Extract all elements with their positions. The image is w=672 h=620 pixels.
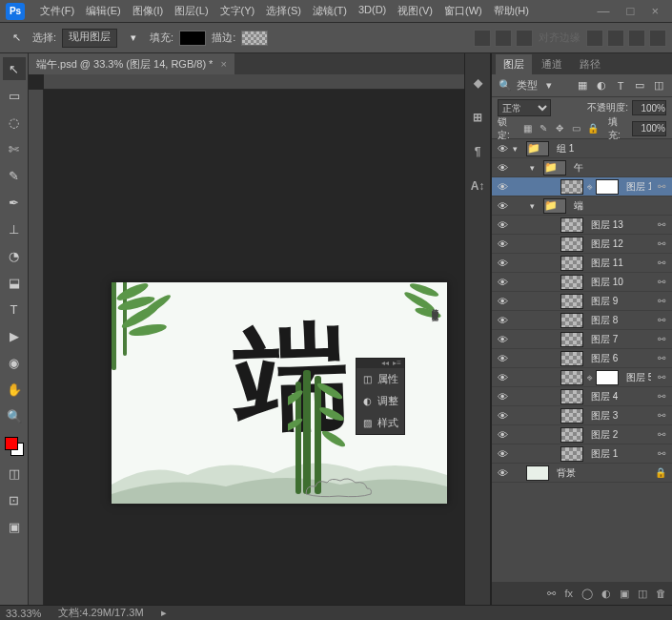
zoom-level[interactable]: 33.33% <box>6 608 41 619</box>
visibility-icon[interactable]: 👁 <box>496 410 509 422</box>
visibility-icon[interactable]: 👁 <box>496 315 509 326</box>
layer-thumbnail[interactable] <box>560 389 583 404</box>
lock-pixels-icon[interactable]: ▦ <box>521 122 533 135</box>
layer-thumbnail[interactable] <box>560 237 583 252</box>
status-arrow-icon[interactable]: ▸ <box>161 607 167 619</box>
filter-image-icon[interactable]: ▦ <box>575 78 590 93</box>
visibility-icon[interactable]: 👁 <box>496 258 509 269</box>
layer-thumbnail[interactable] <box>560 217 583 233</box>
opt-icon[interactable] <box>628 30 645 47</box>
mode-button[interactable]: ▣ <box>3 515 26 538</box>
adjustment-icon[interactable]: ◐ <box>601 588 611 600</box>
layer-thumbnail[interactable]: 📁 <box>543 160 566 176</box>
visibility-icon[interactable]: 👁 <box>496 353 509 364</box>
blend-mode-dropdown[interactable]: 正常 <box>498 99 551 116</box>
layer-thumbnail[interactable] <box>560 332 583 347</box>
collapsed-tab[interactable]: ◆ <box>467 72 488 93</box>
menu-item[interactable]: 图层(L) <box>169 2 214 20</box>
opt-icon[interactable] <box>586 30 603 47</box>
layer-row[interactable]: 👁图层 8⚯ <box>492 311 672 330</box>
tool-button[interactable]: ✋ <box>3 378 26 401</box>
path-tool-icon[interactable]: ↖ <box>6 28 27 49</box>
layer-thumbnail[interactable] <box>560 427 583 443</box>
trash-icon[interactable]: 🗑 <box>656 588 666 599</box>
collapse-icon[interactable]: ◂◂ <box>381 359 389 368</box>
layer-row[interactable]: 👁图层 1⚯ <box>492 444 672 464</box>
collapsed-tab[interactable]: ⊞ <box>467 107 488 128</box>
layer-row[interactable]: 👁图层 2⚯ <box>492 425 672 444</box>
layer-name[interactable]: 组 1 <box>553 142 668 155</box>
layer-name[interactable]: 图层 1 <box>587 447 651 461</box>
mode-button[interactable]: ◫ <box>3 462 26 485</box>
visibility-icon[interactable]: 👁 <box>496 334 509 345</box>
filter-adjust-icon[interactable]: ◐ <box>594 78 609 93</box>
disclosure-icon[interactable]: ▾ <box>530 201 540 211</box>
menu-item[interactable]: 选择(S) <box>260 2 307 20</box>
close-tab-icon[interactable]: × <box>220 58 226 70</box>
layer-name[interactable]: 图层 2 <box>587 428 651 442</box>
minimize-button[interactable]: — <box>598 4 610 18</box>
visibility-icon[interactable]: 👁 <box>496 219 509 231</box>
lock-position-icon[interactable]: ✥ <box>554 122 565 135</box>
fx-icon[interactable]: fx <box>564 588 573 599</box>
layer-row[interactable]: 👁背景🔒 <box>492 464 672 483</box>
menu-item[interactable]: 文件(F) <box>34 2 80 20</box>
layer-name[interactable]: 图层 12 <box>587 238 651 251</box>
select-mode-dropdown[interactable]: 现用图层 <box>62 29 117 48</box>
visibility-icon[interactable]: 👁 <box>496 296 509 307</box>
link-layers-icon[interactable]: ⚯ <box>547 588 556 600</box>
panel-tab-styles[interactable]: ▨样式 <box>356 412 404 434</box>
lock-all-icon[interactable]: 🔒 <box>587 122 599 135</box>
search-icon[interactable]: 🔍 <box>498 78 513 93</box>
menu-item[interactable]: 编辑(E) <box>80 2 127 20</box>
lock-artboard-icon[interactable]: ▭ <box>571 122 582 135</box>
layer-thumbnail[interactable] <box>560 313 583 328</box>
floating-panel[interactable]: ◂◂▸≡ ◫属性 ◐调整 ▨样式 <box>356 358 405 435</box>
layer-row[interactable]: 👁图层 6⚯ <box>492 349 672 368</box>
color-swatches[interactable] <box>3 435 26 458</box>
visibility-icon[interactable]: 👁 <box>496 277 509 288</box>
layer-thumbnail[interactable] <box>560 294 583 309</box>
layer-name[interactable]: 图层 8 <box>587 314 651 327</box>
mask-thumbnail[interactable] <box>596 370 619 385</box>
layer-name[interactable]: 图层 9 <box>587 295 651 308</box>
menu-item[interactable]: 窗口(W) <box>438 2 488 20</box>
layer-row[interactable]: 👁图层 13⚯ <box>492 216 672 235</box>
opt-icon[interactable] <box>607 30 624 47</box>
menu-item[interactable]: 视图(V) <box>392 2 438 20</box>
tool-button[interactable]: ↖ <box>3 57 26 80</box>
layer-name[interactable]: 午 <box>570 161 668 175</box>
disclosure-icon[interactable]: ▾ <box>513 144 522 154</box>
layer-row[interactable]: 👁⎆图层 14⚯ <box>492 177 672 196</box>
ruler-vertical[interactable] <box>29 90 44 605</box>
menu-icon[interactable]: ▸≡ <box>393 359 401 368</box>
mask-thumbnail[interactable] <box>596 179 619 195</box>
layer-row[interactable]: 👁图层 7⚯ <box>492 330 672 349</box>
layer-row[interactable]: 👁⎆图层 5⚯ <box>492 368 672 387</box>
tool-button[interactable]: ⬓ <box>3 271 26 294</box>
layer-row[interactable]: 👁▾📁午 <box>492 158 672 177</box>
ruler-horizontal[interactable] <box>44 74 464 90</box>
filter-shape-icon[interactable]: ▭ <box>632 78 647 93</box>
layer-thumbnail[interactable] <box>526 465 549 481</box>
mode-button[interactable]: ⊡ <box>3 488 26 511</box>
layer-name[interactable]: 图层 6 <box>587 352 651 365</box>
visibility-icon[interactable]: 👁 <box>496 200 509 212</box>
layer-row[interactable]: 👁图层 4⚯ <box>492 387 672 406</box>
layer-row[interactable]: 👁图层 11⚯ <box>492 254 672 273</box>
layer-row[interactable]: 👁▾📁组 1 <box>492 139 672 158</box>
layer-thumbnail[interactable]: 📁 <box>526 141 549 156</box>
layer-name[interactable]: 图层 13 <box>587 218 651 232</box>
layer-thumbnail[interactable] <box>560 256 583 271</box>
panel-tab-adjustments[interactable]: ◐调整 <box>356 390 404 412</box>
tool-button[interactable]: T <box>3 298 26 320</box>
dropdown-icon[interactable]: ▾ <box>123 28 144 49</box>
layer-row[interactable]: 👁图层 10⚯ <box>492 273 672 292</box>
layer-row[interactable]: 👁图层 3⚯ <box>492 406 672 425</box>
menu-item[interactable]: 帮助(H) <box>488 2 535 20</box>
layer-thumbnail[interactable] <box>560 446 583 462</box>
layer-name[interactable]: 图层 3 <box>587 409 651 423</box>
group-icon[interactable]: ▣ <box>620 588 629 600</box>
layer-thumbnail[interactable]: 📁 <box>543 198 566 214</box>
layer-row[interactable]: 👁▾📁端 <box>492 196 672 216</box>
